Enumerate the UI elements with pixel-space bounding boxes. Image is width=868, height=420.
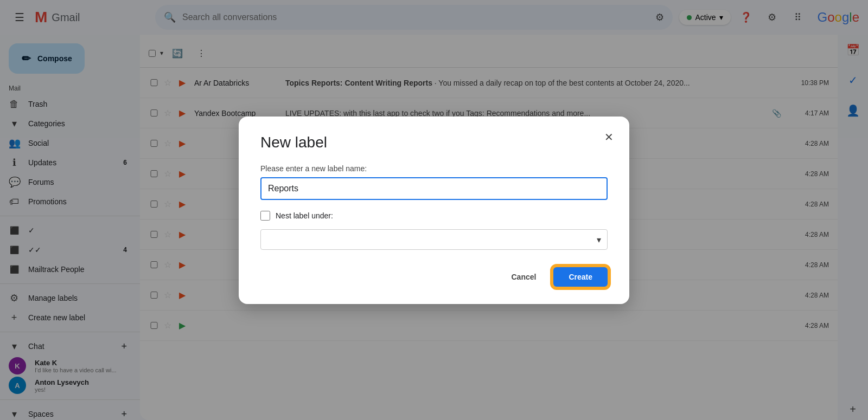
nest-select[interactable] [260,229,608,250]
cancel-button[interactable]: Cancel [502,267,545,287]
modal-label-prompt: Please enter a new label name: [260,164,608,173]
modal-actions: Cancel Create [260,267,608,287]
label-name-input[interactable] [260,177,608,200]
modal-title: New label [260,134,608,151]
modal-overlay[interactable]: New label ✕ Please enter a new label nam… [0,0,868,420]
new-label-modal: New label ✕ Please enter a new label nam… [239,117,629,304]
nest-checkbox[interactable] [260,211,270,221]
nest-label-text: Nest label under: [276,211,333,220]
nest-label-row: Nest label under: [260,211,608,221]
create-button[interactable]: Create [553,267,608,287]
modal-close-button[interactable]: ✕ [599,127,618,147]
nest-select-wrapper: ▾ [260,229,608,250]
